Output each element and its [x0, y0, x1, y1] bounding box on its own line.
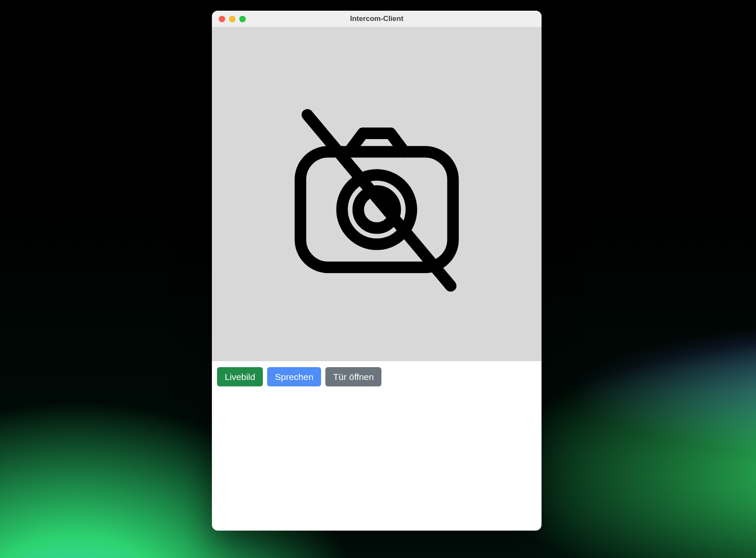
maximize-window-button[interactable]	[239, 16, 246, 22]
video-preview-area	[212, 27, 542, 361]
action-button-row: Livebild Sprechen Tür öffnen	[212, 361, 542, 392]
livebild-button[interactable]: Livebild	[217, 367, 263, 386]
tuer-oeffnen-button[interactable]: Tür öffnen	[325, 367, 381, 386]
no-camera-icon	[261, 78, 492, 311]
titlebar[interactable]: Intercom-Client	[212, 11, 542, 27]
window-title: Intercom-Client	[350, 15, 404, 23]
minimize-window-button[interactable]	[229, 16, 235, 22]
window-controls	[219, 16, 246, 22]
close-window-button[interactable]	[219, 16, 225, 22]
svg-line-3	[307, 115, 451, 286]
desktop-wallpaper: Intercom-Client	[0, 0, 756, 558]
sprechen-button[interactable]: Sprechen	[267, 367, 321, 386]
intercom-client-window: Intercom-Client	[212, 11, 542, 531]
